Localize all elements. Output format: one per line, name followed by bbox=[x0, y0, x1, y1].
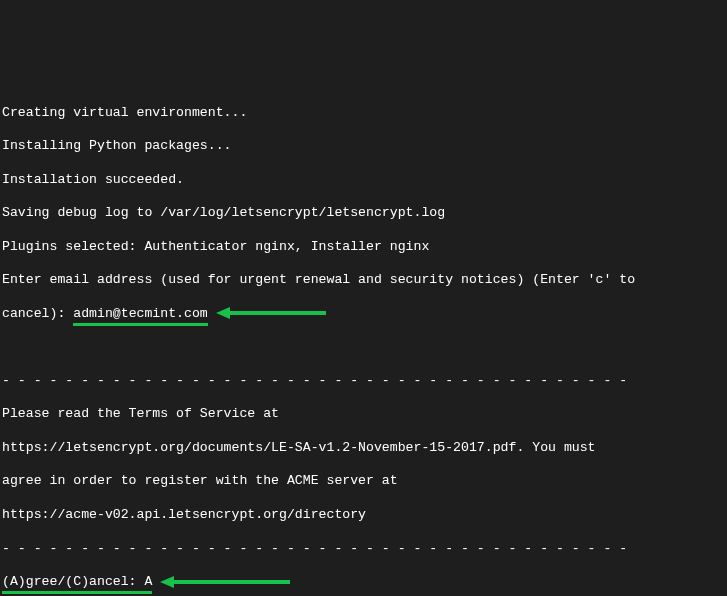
terminal-output: Creating virtual environment... Installi… bbox=[0, 84, 727, 596]
output-line: https://acme-v02.api.letsencrypt.org/dir… bbox=[2, 507, 725, 524]
output-line: Saving debug log to /var/log/letsencrypt… bbox=[2, 205, 725, 222]
blank-line bbox=[2, 339, 725, 356]
separator-dashes: - - - - - - - - - - - - - - - - - - - - … bbox=[2, 373, 725, 390]
output-line: Please read the Terms of Service at bbox=[2, 406, 725, 423]
output-line: Installing Python packages... bbox=[2, 138, 725, 155]
prompt-text: cancel): bbox=[2, 306, 73, 321]
arrow-left-icon bbox=[216, 307, 326, 319]
separator-dashes: - - - - - - - - - - - - - - - - - - - - … bbox=[2, 541, 725, 558]
agree-input-value[interactable]: (A)gree/(C)ancel: A bbox=[2, 574, 152, 591]
output-line: https://letsencrypt.org/documents/LE-SA-… bbox=[2, 440, 725, 457]
email-prompt-line: cancel): admin@tecmint.com bbox=[2, 306, 725, 323]
svg-marker-3 bbox=[160, 576, 174, 588]
output-line: Enter email address (used for urgent ren… bbox=[2, 272, 725, 289]
agree-prompt-line: (A)gree/(C)ancel: A bbox=[2, 574, 725, 591]
output-line: Creating virtual environment... bbox=[2, 105, 725, 122]
output-line: Plugins selected: Authenticator nginx, I… bbox=[2, 239, 725, 256]
svg-marker-1 bbox=[216, 307, 230, 319]
arrow-left-icon bbox=[160, 576, 290, 588]
output-line: Installation succeeded. bbox=[2, 172, 725, 189]
email-input-value[interactable]: admin@tecmint.com bbox=[73, 306, 208, 323]
output-line: agree in order to register with the ACME… bbox=[2, 473, 725, 490]
